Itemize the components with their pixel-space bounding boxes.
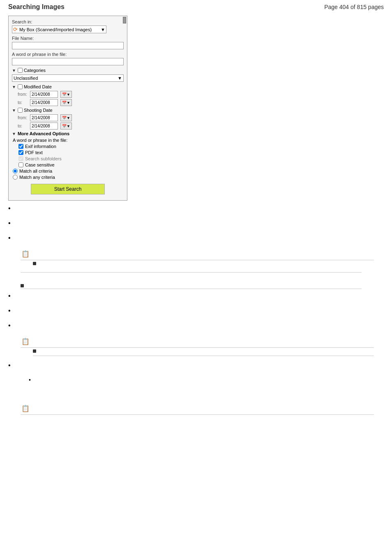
search-in-select[interactable]: ⟳ My Box (Scanned/Imported Images) ▼ <box>12 25 106 33</box>
list-item: • <box>8 322 384 329</box>
exif-checkbox[interactable] <box>18 144 23 149</box>
advanced-header: ▼ More Advanced Options <box>12 131 124 136</box>
modified-date-from-label: from: <box>18 92 28 97</box>
shooting-date-to-row: to: 📅▼ <box>12 123 124 130</box>
bullet-dot-2: • <box>8 220 11 227</box>
categories-toggle[interactable]: ▼ <box>12 68 16 73</box>
modified-date-to-input[interactable] <box>30 99 58 106</box>
result-mini-item-3 <box>33 349 36 353</box>
result-icon-row-3: 📋 <box>21 404 384 413</box>
modified-date-to-label: to: <box>18 100 28 105</box>
shooting-date-from-calendar-button[interactable]: 📅▼ <box>60 114 72 121</box>
shooting-date-from-row: from: 📅▼ <box>12 114 124 121</box>
list-item: • <box>8 205 384 212</box>
result-icon-row-1: 📋 <box>21 249 384 258</box>
case-sensitive-checkbox[interactable] <box>18 162 23 167</box>
match-any-radio-row: Match any criteria <box>12 175 124 180</box>
list-item: • <box>8 292 384 300</box>
result-block-2: 📋 <box>21 337 384 356</box>
search-subfolders-check-row: Search subfolders <box>12 156 124 161</box>
categories-dropdown-arrow: ▼ <box>118 76 122 81</box>
match-all-radio-row: Match all criteria <box>12 169 124 173</box>
modified-date-from-input[interactable] <box>30 91 58 98</box>
match-any-label: Match any criteria <box>19 175 55 180</box>
categories-value: Unclassified <box>14 76 38 81</box>
advanced-toggle[interactable]: ▼ <box>12 132 16 136</box>
bullet-dot-4: • <box>8 292 11 300</box>
list-item: • <box>8 307 384 314</box>
result-icon-row-2: 📋 <box>21 337 384 346</box>
list-item: • <box>8 220 384 227</box>
file-name-label: File Name: <box>12 36 124 41</box>
result-block-1: 📋 <box>21 249 384 266</box>
search-in-row: ⟳ My Box (Scanned/Imported Images) ▼ <box>12 25 124 33</box>
nested-bullet-dot: • <box>29 377 31 383</box>
result-block-3: 📋 <box>21 404 384 415</box>
shooting-date-toggle[interactable]: ▼ <box>12 108 16 113</box>
result-separator-2 <box>21 289 362 289</box>
result-mini-separator-2 <box>21 272 362 273</box>
categories-checkbox[interactable] <box>18 68 23 73</box>
shooting-date-label: Shooting Date <box>24 108 53 113</box>
search-panel: Search in: ⟳ My Box (Scanned/Imported Im… <box>8 16 127 201</box>
search-subfolders-label: Search subfolders <box>25 156 62 161</box>
modified-date-toggle[interactable]: ▼ <box>12 85 16 89</box>
search-subfolders-checkbox[interactable] <box>18 156 23 161</box>
shooting-date-from-input[interactable] <box>30 114 58 121</box>
modified-date-from-row: from: 📅▼ <box>12 91 124 98</box>
modified-date-to-calendar-button[interactable]: 📅▼ <box>60 99 72 106</box>
document-icon-1: 📋 <box>21 249 30 258</box>
nested-list-item: • <box>29 377 384 383</box>
shooting-date-to-calendar-button[interactable]: 📅▼ <box>60 123 72 130</box>
categories-dropdown[interactable]: Unclassified ▼ <box>12 74 124 82</box>
page-info: Page 404 of 815 pages <box>324 4 384 10</box>
result-mini-separator-3 <box>33 356 374 356</box>
pdf-text-check-row: PDF text <box>12 150 124 155</box>
advanced-section: ▼ More Advanced Options A word or phrase… <box>12 131 124 180</box>
result-separator-1 <box>21 260 374 260</box>
result-separator-4 <box>21 414 374 415</box>
shooting-date-from-label: from: <box>18 116 28 120</box>
start-search-button[interactable]: Start Search <box>31 184 105 194</box>
list-item: • <box>8 234 384 242</box>
search-in-icon: ⟳ <box>13 26 18 32</box>
match-any-radio[interactable] <box>13 175 18 180</box>
shooting-date-checkbox-label: Shooting Date <box>18 108 53 113</box>
document-icon-2: 📋 <box>21 337 30 346</box>
shooting-date-to-input[interactable] <box>30 123 58 130</box>
dropdown-arrow-icon: ▼ <box>101 27 105 32</box>
result-mini-item-1 <box>33 262 36 265</box>
modified-date-to-row: to: 📅▼ <box>12 99 124 106</box>
shooting-date-section-row: ▼ Shooting Date <box>12 108 124 113</box>
modified-date-label: Modified Date <box>24 84 52 89</box>
exif-label: Exif information <box>25 144 56 149</box>
pdf-text-checkbox[interactable] <box>18 150 23 155</box>
bullet-dot-7: • <box>8 362 11 369</box>
bullet-dot-1: • <box>8 205 11 212</box>
page-title: Searching Images <box>8 3 65 11</box>
modified-date-section-row: ▼ Modified Date <box>12 84 124 89</box>
search-in-label: Search in: <box>12 19 124 24</box>
result-separator-3 <box>21 347 374 348</box>
categories-label: Categories <box>24 68 46 73</box>
categories-section-row: ▼ Categories <box>12 68 124 73</box>
document-icon-3: 📋 <box>21 404 30 413</box>
list-item: • <box>8 362 384 369</box>
modified-date-checkbox-label: Modified Date <box>18 84 52 89</box>
bullet-dot-5: • <box>8 307 11 314</box>
match-all-radio[interactable] <box>13 169 18 173</box>
case-sensitive-label: Case sensitive <box>25 162 55 167</box>
word-phrase-label: A word or phrase in the file: <box>12 52 124 57</box>
file-name-input[interactable] <box>12 42 124 49</box>
modified-date-checkbox[interactable] <box>18 84 23 89</box>
word-phrase-input[interactable] <box>12 58 124 65</box>
exif-check-row: Exif information <box>12 144 124 149</box>
search-in-value: My Box (Scanned/Imported Images) <box>19 27 92 32</box>
advanced-label: More Advanced Options <box>18 131 69 136</box>
categories-checkbox-label: Categories <box>18 68 46 73</box>
scrollbar[interactable] <box>123 17 126 23</box>
shooting-date-checkbox[interactable] <box>18 108 23 113</box>
bullet-dot-3: • <box>8 234 11 242</box>
modified-date-from-calendar-button[interactable]: 📅▼ <box>60 91 72 98</box>
word-phrase-sublabel: A word or phrase in the file: <box>12 138 124 143</box>
